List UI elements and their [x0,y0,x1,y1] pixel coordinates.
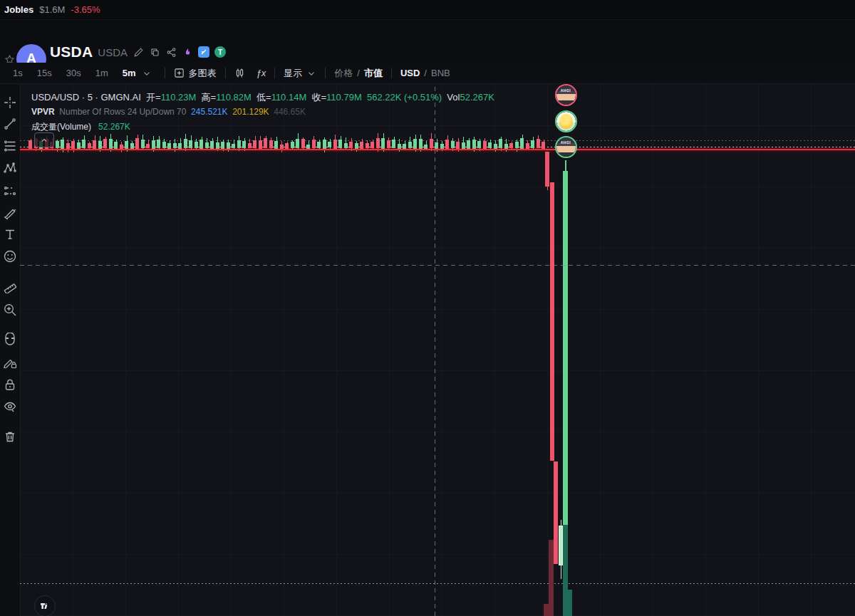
chart-canvas[interactable]: AHGIAHGI USDA/USD · 5 · GMGN.AI 开=110.23… [20,84,855,616]
candle [462,142,465,149]
volume-value: 52.267K [98,122,130,132]
legend-ohlc-row[interactable]: USDA/USD · 5 · GMGN.AI 开=110.23M 高=110.8… [31,90,494,105]
token-title-row: USDA USDA T [50,43,226,61]
candle [242,141,246,148]
ruler-tool-icon[interactable] [3,279,17,293]
candle [205,142,209,148]
candle [392,140,395,148]
drawing-lock-tool-icon[interactable] [3,355,17,370]
candle [210,141,214,148]
plus-square-icon [174,68,185,78]
interval-30s[interactable]: 30s [59,68,88,78]
trendline-tool-icon[interactable] [3,117,17,131]
price-option[interactable]: 价格 [334,67,353,80]
ticker-token-name[interactable]: Jobles [4,4,33,15]
legend-title: USDA/USD · 5 · GMGN.AI [31,92,141,103]
display-chevron-down-icon [306,68,316,78]
interval-5m[interactable]: 5m [115,68,139,78]
bnb-option[interactable]: BNB [431,68,450,78]
candle [360,142,363,150]
candle [301,139,305,148]
edit-icon[interactable] [133,46,144,58]
emoji-tool-icon[interactable] [3,249,17,263]
candle [162,142,166,148]
ticker-marketcap: $1.6M [39,4,65,15]
copy-icon[interactable] [149,46,160,58]
vol-value: 52.267K [460,92,494,103]
candle [366,143,369,148]
usd-bnb-toggle[interactable]: USD/BNB [400,68,450,78]
open-label: 开= [146,92,161,103]
slash: / [424,68,427,78]
multichart-label: 多图表 [189,67,217,80]
tether-letter: T [218,48,222,56]
trade-marker-kol-avatar[interactable]: AHGI [555,84,577,106]
candle [317,142,321,148]
candle [237,140,241,148]
chart-legend: USDA/USD · 5 · GMGN.AI 开=110.23M 高=110.8… [31,90,494,135]
candle [306,145,310,149]
fib-retracement-tool-icon[interactable] [3,139,17,153]
vpvr-up-value: 245.521K [191,107,227,117]
lock-all-tool-icon[interactable] [3,377,17,392]
interval-1s[interactable]: 1s [6,68,30,78]
indicators-fx-button[interactable]: ƒx [256,68,266,78]
candle [259,140,262,149]
candle [189,140,192,148]
display-menu[interactable]: 显示 [284,67,316,80]
text-tool-icon[interactable] [3,227,17,241]
delete-tool-icon[interactable] [3,429,17,444]
candle [472,140,476,149]
candle [93,140,96,149]
projection-tool-icon[interactable] [3,184,17,198]
multichart-button[interactable]: 多图表 [174,67,217,80]
candle [253,140,256,148]
candle [499,139,502,148]
trade-marker-emoji-avatar[interactable] [555,110,577,132]
mcap-option[interactable]: 市值 [364,67,383,80]
candle [349,142,353,148]
legend-collapse-button[interactable] [34,132,54,147]
share-icon[interactable] [165,46,177,58]
vol-label: Vol [447,92,460,103]
candle [398,144,401,149]
price-mcap-toggle[interactable]: 价格/市值 [334,67,383,80]
vpvr-total-value: 446.65K [274,107,306,117]
candle [248,143,252,148]
candle [413,139,417,148]
interval-1m[interactable]: 1m [88,68,115,78]
alert-price-line[interactable] [20,149,855,150]
avatar-label: AHGI [556,88,576,93]
candle [82,140,86,148]
candle [125,141,128,149]
open-value: 110.23M [161,92,197,103]
hide-drawings-tool-icon[interactable] [3,400,17,414]
candle [333,140,337,149]
candle [376,138,380,148]
candle [66,143,70,148]
xabcd-pattern-tool-icon[interactable] [3,161,17,175]
candle [157,140,160,148]
usd-option[interactable]: USD [400,68,420,78]
candle [167,143,171,150]
gmgn-trading-app: Jobles $1.6M -3.65% A USDA USDA T 0x17..… [0,0,855,616]
candle [338,140,342,148]
interval-chevron-down-icon[interactable] [142,68,152,78]
candle-style-button[interactable] [234,68,245,78]
big-candle [550,182,554,461]
chart-toolbar: 1s15s30s1m5m 多图表 ƒx 显示 价格/市值 USD/BNB [0,63,855,84]
vpvr-desc: Number Of Rows 24 Up/Down 70 [59,107,186,117]
legend-volume-row[interactable]: 成交量(Volume) 52.267K [31,120,494,135]
tradingview-logo[interactable] [34,595,56,616]
candle [403,144,406,149]
interval-15s[interactable]: 15s [30,68,59,78]
zoom-in-tool-icon[interactable] [3,303,17,317]
brush-tool-icon[interactable] [3,206,17,220]
trade-marker-kol-avatar[interactable]: AHGI [555,136,577,158]
legend-vpvr-row[interactable]: VPVR Number Of Rows 24 Up/Down 70 245.52… [31,105,494,120]
candle [440,144,444,149]
candle [98,141,102,149]
crosshair-tool-icon[interactable] [3,95,17,110]
candle [542,142,545,149]
magnet-tool-icon[interactable] [3,333,17,347]
